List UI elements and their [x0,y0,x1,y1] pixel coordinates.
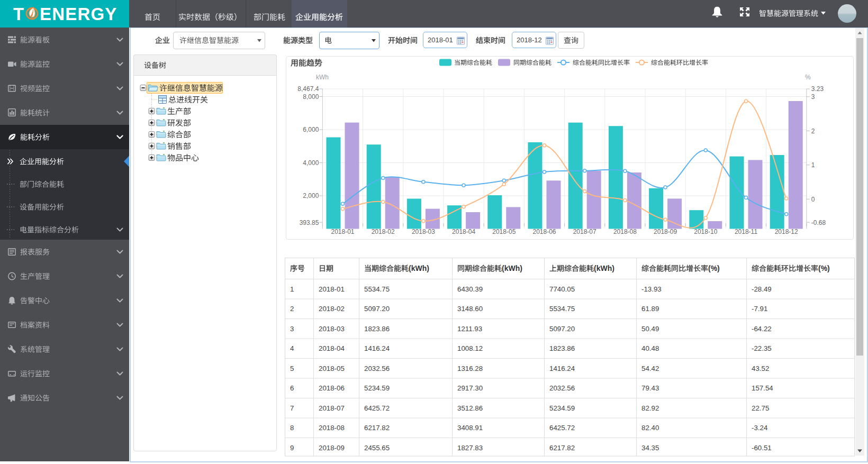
svg-text:54.42: 54.42 [641,365,659,372]
svg-text:5097.20: 5097.20 [364,305,390,313]
svg-text:82.92: 82.92 [641,404,659,412]
svg-text:8,000: 8,000 [303,93,319,101]
svg-text:-64.22: -64.22 [752,325,772,333]
svg-text:3148.60: 3148.60 [457,305,483,313]
svg-text:6217.82: 6217.82 [549,444,575,452]
svg-text:-0.68: -0.68 [811,219,826,226]
svg-text:3: 3 [290,325,294,333]
svg-text:2,000: 2,000 [303,192,319,199]
svg-text:1: 1 [290,285,294,293]
svg-text:%: % [805,74,811,81]
svg-text:2018-11: 2018-11 [735,228,757,235]
svg-text:-28.49: -28.49 [752,285,772,293]
svg-text:2455.65: 2455.65 [364,444,390,452]
svg-text:40.48: 40.48 [641,344,659,352]
svg-text:2917.30: 2917.30 [457,384,483,392]
svg-text:1316.28: 1316.28 [457,365,483,372]
svg-text:2018-06: 2018-06 [319,384,345,392]
svg-text:2018-02: 2018-02 [372,228,395,235]
svg-text:3408.91: 3408.91 [457,424,483,432]
svg-text:2032.56: 2032.56 [364,365,390,372]
svg-text:2018-07: 2018-07 [319,404,345,412]
svg-text:1823.86: 1823.86 [549,344,575,352]
svg-text:79.43: 79.43 [641,384,659,392]
svg-text:50.49: 50.49 [641,325,659,333]
svg-text:2: 2 [290,305,294,313]
svg-text:5234.59: 5234.59 [364,384,390,392]
svg-text:2: 2 [811,128,815,135]
svg-text:1211.93: 1211.93 [457,325,482,333]
svg-text:2018-04: 2018-04 [452,228,475,235]
svg-text:2018-05: 2018-05 [319,365,345,372]
svg-text:2018-03: 2018-03 [319,325,345,333]
svg-text:1416.24: 1416.24 [364,344,390,352]
svg-text:0: 0 [811,196,815,203]
svg-text:-22.35: -22.35 [752,344,772,352]
svg-text:2018-01: 2018-01 [319,285,345,293]
svg-text:2018-08: 2018-08 [613,228,637,235]
svg-text:2018-12: 2018-12 [517,36,542,44]
svg-text:157.54: 157.54 [752,384,773,392]
svg-text:43.52: 43.52 [752,365,769,372]
svg-text:6425.72: 6425.72 [549,424,575,432]
svg-text:3: 3 [811,93,815,101]
svg-text:2018-10: 2018-10 [694,228,717,235]
svg-text:(kWh): (kWh) [594,264,614,272]
svg-text:1823.86: 1823.86 [364,325,390,333]
svg-text:1827.83: 1827.83 [457,444,483,452]
svg-text:5534.75: 5534.75 [364,285,390,293]
svg-text:2018-07: 2018-07 [573,228,596,235]
svg-text:1: 1 [811,161,815,169]
svg-text:6: 6 [290,384,294,392]
svg-text:5097.20: 5097.20 [549,325,575,333]
svg-text:kWh: kWh [316,74,329,81]
svg-text:6430.39: 6430.39 [457,285,483,293]
svg-text:9: 9 [290,444,294,452]
svg-text:2018-12: 2018-12 [775,228,798,235]
svg-text:(%): (%) [708,264,720,272]
svg-text:8: 8 [290,424,294,432]
svg-text:1416.24: 1416.24 [549,365,575,372]
svg-text:2018-02: 2018-02 [319,305,345,313]
svg-text:2018-09: 2018-09 [319,444,345,452]
svg-text:2018-05: 2018-05 [492,228,516,235]
svg-text:34.35: 34.35 [641,444,659,452]
svg-text:2018-01: 2018-01 [428,36,453,44]
svg-text:2018-08: 2018-08 [319,424,345,432]
svg-text:2018-03: 2018-03 [412,228,435,235]
svg-text:7740.05: 7740.05 [549,285,575,293]
svg-text:(kWh): (kWh) [502,264,522,272]
svg-text:6,000: 6,000 [303,126,319,133]
svg-text:(kWh): (kWh) [409,264,429,272]
svg-text:4: 4 [290,344,294,352]
svg-text:ENERGY: ENERGY [40,4,117,24]
svg-text:4,000: 4,000 [303,159,319,167]
svg-text:T: T [13,4,24,24]
svg-text:2018-04: 2018-04 [319,344,345,352]
svg-text:2018-01: 2018-01 [331,228,354,235]
svg-text:5: 5 [290,365,294,372]
svg-text:2032.56: 2032.56 [549,384,575,392]
svg-text:61.89: 61.89 [641,305,659,313]
svg-text:6425.72: 6425.72 [364,404,390,412]
svg-text:3.23: 3.23 [811,85,824,93]
svg-text:(%): (%) [818,264,830,272]
svg-text:8,467.4: 8,467.4 [297,85,319,93]
svg-text:2018-09: 2018-09 [654,228,677,235]
svg-text:2018-06: 2018-06 [532,228,556,235]
svg-text:3512.86: 3512.86 [457,404,483,412]
svg-text:7: 7 [290,404,294,412]
svg-text:393.85: 393.85 [300,219,319,226]
svg-text:5534.75: 5534.75 [549,305,575,313]
svg-text:82.40: 82.40 [641,424,659,432]
svg-text:-7.91: -7.91 [752,305,767,313]
svg-text:22.75: 22.75 [752,404,769,412]
svg-text:-13.93: -13.93 [641,285,662,293]
svg-text:1008.12: 1008.12 [457,344,483,352]
svg-text:6217.82: 6217.82 [364,424,390,432]
svg-text:-60.51: -60.51 [752,444,772,452]
svg-text:5234.59: 5234.59 [549,404,575,412]
svg-text:-3.24: -3.24 [752,424,767,432]
